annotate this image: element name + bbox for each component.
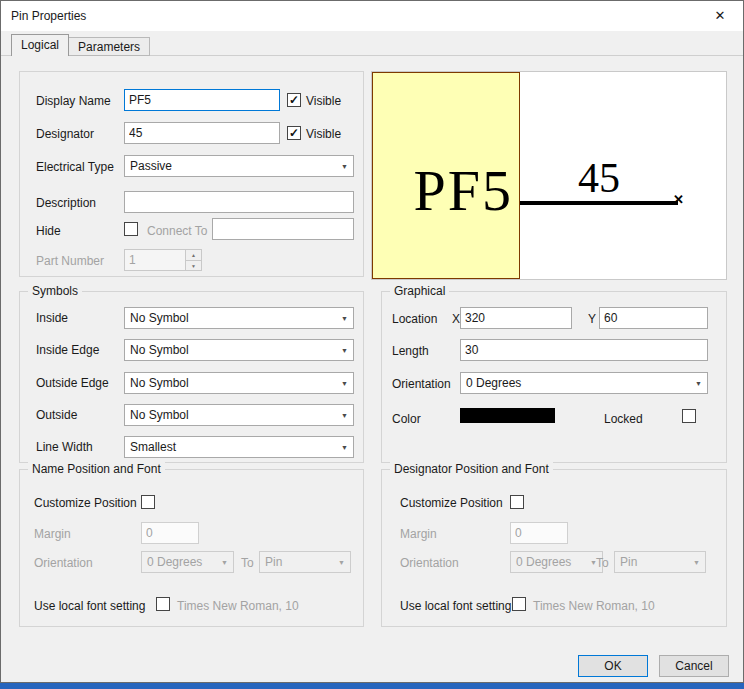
y-label: Y bbox=[588, 312, 596, 326]
designator-customize-position-checkbox[interactable] bbox=[510, 495, 524, 509]
part-number-stepper[interactable]: 1 ▲ ▼ bbox=[124, 249, 202, 271]
description-input[interactable] bbox=[124, 191, 354, 213]
inside-label: Inside bbox=[36, 311, 68, 325]
background-window-strip bbox=[0, 683, 744, 689]
graphical-group-title: Graphical bbox=[390, 284, 449, 298]
color-label: Color bbox=[392, 412, 421, 426]
symbols-group-title: Symbols bbox=[28, 284, 82, 298]
tab-parameters[interactable]: Parameters bbox=[69, 37, 150, 56]
designator-to-label: To bbox=[596, 556, 609, 570]
hide-label: Hide bbox=[36, 224, 61, 238]
length-input[interactable] bbox=[460, 339, 708, 361]
preview-pin-name: PF5 bbox=[372, 162, 513, 220]
outside-edge-value: No Symbol bbox=[125, 376, 336, 390]
designator-position-group: Designator Position and Font Customize P… bbox=[381, 469, 727, 627]
chevron-down-icon: ▼ bbox=[216, 559, 233, 566]
stepper-up-icon[interactable]: ▲ bbox=[186, 250, 201, 261]
orientation-select[interactable]: 0 Degrees ▼ bbox=[460, 372, 708, 394]
orientation-value: 0 Degrees bbox=[461, 376, 690, 390]
designator-input[interactable] bbox=[124, 122, 280, 144]
cancel-button[interactable]: Cancel bbox=[659, 655, 729, 677]
outside-edge-select[interactable]: No Symbol ▼ bbox=[124, 372, 354, 394]
locked-checkbox[interactable] bbox=[682, 409, 696, 423]
designator-to-select[interactable]: Pin ▼ bbox=[614, 551, 706, 573]
tab-logical[interactable]: Logical bbox=[11, 34, 69, 56]
locked-label: Locked bbox=[604, 412, 643, 426]
designator-to-value: Pin bbox=[615, 555, 688, 569]
outside-select[interactable]: No Symbol ▼ bbox=[124, 404, 354, 426]
designator-orientation-value: 0 Degrees bbox=[511, 555, 585, 569]
outside-edge-label: Outside Edge bbox=[36, 376, 109, 390]
inside-value: No Symbol bbox=[125, 311, 336, 325]
chevron-down-icon: ▼ bbox=[336, 163, 353, 170]
pin-line bbox=[520, 201, 678, 205]
display-name-input[interactable] bbox=[124, 89, 280, 111]
designator-font-value: Times New Roman, 10 bbox=[533, 599, 655, 613]
inside-edge-select[interactable]: No Symbol ▼ bbox=[124, 339, 354, 361]
designator-use-local-font-checkbox[interactable] bbox=[512, 597, 526, 611]
check-icon: ✓ bbox=[289, 127, 299, 139]
chevron-down-icon: ▼ bbox=[336, 315, 353, 322]
name-use-local-font-checkbox[interactable] bbox=[156, 597, 170, 611]
pin-preview: PF5 45 ✕ bbox=[371, 71, 727, 280]
name-orientation-select[interactable]: 0 Degrees ▼ bbox=[141, 551, 234, 573]
designator-margin-input[interactable] bbox=[510, 522, 568, 544]
graphical-group: Graphical Location X Y Length Orientatio… bbox=[381, 291, 727, 463]
electrical-type-select[interactable]: Passive ▼ bbox=[124, 155, 354, 177]
location-x-input[interactable] bbox=[460, 307, 572, 329]
chevron-down-icon: ▼ bbox=[336, 412, 353, 419]
display-name-visible-checkbox[interactable]: ✓ bbox=[287, 93, 301, 107]
connect-to-label: Connect To bbox=[147, 224, 208, 238]
pin-properties-dialog: Pin Properties ✕ Logical Parameters Disp… bbox=[0, 0, 744, 683]
name-customize-position-label: Customize Position bbox=[34, 496, 137, 510]
part-number-label: Part Number bbox=[36, 254, 104, 268]
symbols-group: Symbols Inside No Symbol ▼ Inside Edge N… bbox=[19, 291, 364, 463]
name-position-group: Name Position and Font Customize Positio… bbox=[19, 469, 364, 627]
electrical-type-label: Electrical Type bbox=[36, 160, 114, 174]
name-margin-input[interactable] bbox=[141, 522, 199, 544]
close-icon[interactable]: ✕ bbox=[697, 1, 743, 30]
tab-strip: Logical Parameters bbox=[11, 34, 150, 56]
window-title: Pin Properties bbox=[11, 9, 86, 23]
hide-checkbox[interactable] bbox=[124, 222, 138, 236]
name-to-select[interactable]: Pin ▼ bbox=[259, 551, 351, 573]
name-to-value: Pin bbox=[260, 555, 333, 569]
designator-use-local-font-label: Use local font setting bbox=[400, 599, 511, 613]
inside-select[interactable]: No Symbol ▼ bbox=[124, 307, 354, 329]
inside-edge-label: Inside Edge bbox=[36, 343, 99, 357]
designator-visible-label: Visible bbox=[306, 127, 341, 141]
pin-properties-window: Pin Properties ✕ Logical Parameters Disp… bbox=[0, 0, 744, 689]
titlebar[interactable]: Pin Properties ✕ bbox=[1, 1, 743, 31]
name-customize-position-checkbox[interactable] bbox=[141, 495, 155, 509]
chevron-down-icon: ▼ bbox=[336, 347, 353, 354]
outside-label: Outside bbox=[36, 408, 77, 422]
line-width-select[interactable]: Smallest ▼ bbox=[124, 436, 354, 458]
designator-visible-checkbox[interactable]: ✓ bbox=[287, 126, 301, 140]
part-number-value: 1 bbox=[124, 249, 186, 271]
chevron-down-icon: ▼ bbox=[336, 380, 353, 387]
logical-fields-group: Display Name ✓ Visible Designator ✓ Visi… bbox=[19, 71, 364, 277]
designator-position-group-title: Designator Position and Font bbox=[390, 462, 553, 476]
designator-orientation-select[interactable]: 0 Degrees ▼ bbox=[510, 551, 603, 573]
ok-button[interactable]: OK bbox=[578, 655, 648, 677]
chevron-down-icon: ▼ bbox=[688, 559, 705, 566]
stepper-down-icon[interactable]: ▼ bbox=[186, 261, 201, 271]
outside-value: No Symbol bbox=[125, 408, 336, 422]
line-width-label: Line Width bbox=[36, 440, 93, 454]
color-swatch[interactable] bbox=[460, 408, 555, 423]
name-to-label: To bbox=[241, 556, 254, 570]
designator-margin-label: Margin bbox=[400, 527, 437, 541]
length-label: Length bbox=[392, 344, 429, 358]
display-name-label: Display Name bbox=[36, 94, 111, 108]
electrical-type-value: Passive bbox=[125, 159, 336, 173]
orientation-label: Orientation bbox=[392, 377, 451, 391]
connect-to-input[interactable] bbox=[212, 218, 354, 240]
chevron-down-icon: ▼ bbox=[336, 444, 353, 451]
inside-edge-value: No Symbol bbox=[125, 343, 336, 357]
location-y-input[interactable] bbox=[599, 307, 708, 329]
check-icon: ✓ bbox=[289, 94, 299, 106]
name-orientation-label: Orientation bbox=[34, 556, 93, 570]
designator-customize-position-label: Customize Position bbox=[400, 496, 503, 510]
chevron-down-icon: ▼ bbox=[333, 559, 350, 566]
name-orientation-value: 0 Degrees bbox=[142, 555, 216, 569]
